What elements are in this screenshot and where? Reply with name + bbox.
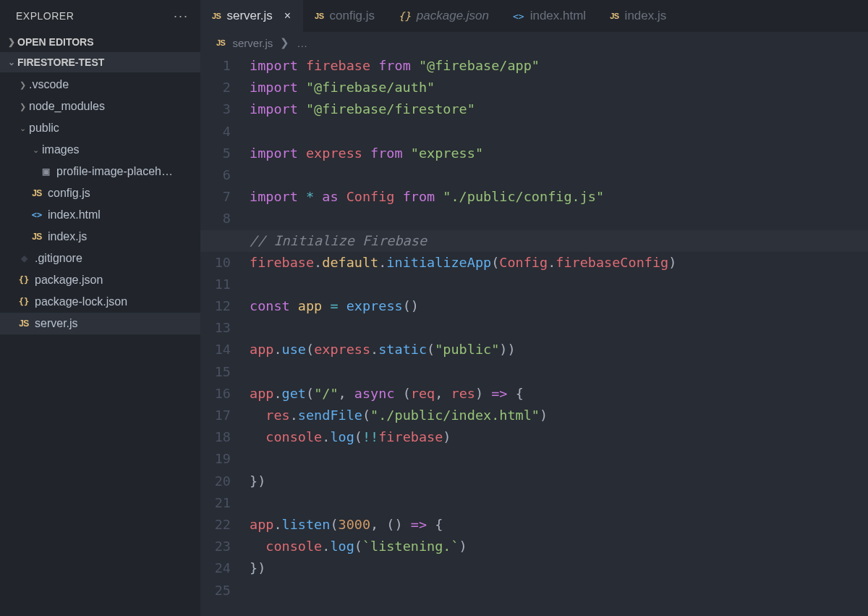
git-file-icon: ◆ xyxy=(16,253,32,263)
json-file-icon: {} xyxy=(399,10,411,22)
line-number: 25 xyxy=(200,580,231,602)
tree-item-label: index.js xyxy=(48,230,87,243)
editor-tab[interactable]: {}package.json xyxy=(387,0,501,32)
code-line[interactable]: import "@firebase/auth" xyxy=(250,77,868,98)
file-item[interactable]: ▣profile-image-placeh… xyxy=(0,161,200,182)
editor-tab[interactable]: JSconfig.js xyxy=(303,0,387,32)
sidebar-header: EXPLORER ··· xyxy=(0,0,200,32)
code-line[interactable] xyxy=(250,274,868,295)
html-file-icon: <> xyxy=(29,210,45,220)
code-line[interactable]: app.get("/", async (req, res) => { xyxy=(250,383,868,405)
breadcrumb-rest: … xyxy=(297,37,307,49)
line-number: 5 xyxy=(200,143,231,164)
file-item[interactable]: JSconfig.js xyxy=(0,182,200,204)
code-content[interactable]: import firebase from "@firebase/app"impo… xyxy=(244,55,868,616)
tree-item-label: server.js xyxy=(35,317,78,330)
code-editor[interactable]: 1234567891011121314151617181920212223242… xyxy=(200,54,868,616)
code-line[interactable]: }) xyxy=(250,557,868,579)
code-line[interactable]: console.log(`listening.`) xyxy=(250,536,868,557)
code-line[interactable]: import firebase from "@firebase/app" xyxy=(250,55,868,77)
chevron-right-icon: ❯ xyxy=(16,80,29,90)
folder-item[interactable]: ⌄public xyxy=(0,117,200,139)
line-number: 24 xyxy=(200,557,231,579)
tree-item-label: public xyxy=(29,122,59,135)
code-line[interactable] xyxy=(250,492,868,514)
code-line[interactable]: import * as Config from "./public/config… xyxy=(250,186,868,208)
code-line[interactable]: app.use(express.static("public")) xyxy=(250,339,868,360)
code-line[interactable] xyxy=(250,361,868,383)
tree-item-label: config.js xyxy=(48,187,90,200)
js-file-icon: JS xyxy=(212,12,221,20)
breadcrumb[interactable]: JS server.js ❯ … xyxy=(200,32,868,54)
file-item[interactable]: ◆.gitignore xyxy=(0,248,200,269)
folder-item[interactable]: ⌄images xyxy=(0,139,200,161)
code-line[interactable] xyxy=(250,164,868,186)
project-section[interactable]: ⌄ FIRESTORE-TEST xyxy=(0,52,200,72)
json-file-icon: {} xyxy=(16,297,32,307)
line-number: 10 xyxy=(200,252,231,274)
tree-item-label: node_modules xyxy=(29,100,105,113)
code-line[interactable] xyxy=(250,208,868,229)
code-line[interactable]: }) xyxy=(250,471,868,492)
chevron-right-icon: ❯ xyxy=(16,102,29,111)
line-gutter: 1234567891011121314151617181920212223242… xyxy=(200,55,244,616)
code-line[interactable] xyxy=(250,448,868,470)
code-line[interactable] xyxy=(250,317,868,339)
line-number: 11 xyxy=(200,274,231,295)
chevron-down-icon: ⌄ xyxy=(29,145,42,155)
tree-item-label: images xyxy=(42,143,80,156)
code-line[interactable]: // Initialize Firebase xyxy=(200,230,868,252)
line-number: 4 xyxy=(200,121,231,143)
code-line[interactable]: import "@firebase/firestore" xyxy=(250,98,868,120)
breadcrumb-file: server.js xyxy=(232,37,273,49)
file-item[interactable]: {}package-lock.json xyxy=(0,291,200,313)
tree-item-label: package.json xyxy=(35,274,103,287)
file-item[interactable]: JSserver.js xyxy=(0,313,200,334)
chevron-right-icon: ❯ xyxy=(6,37,17,47)
js-file-icon: JS xyxy=(29,188,45,198)
close-tab-icon[interactable]: × xyxy=(284,9,291,22)
editor-tab[interactable]: JSindex.js xyxy=(598,0,678,32)
code-line[interactable]: app.listen(3000, () => { xyxy=(250,514,868,536)
editor-tab[interactable]: JSserver.js× xyxy=(200,0,303,32)
folder-item[interactable]: ❯.vscode xyxy=(0,74,200,96)
code-line[interactable] xyxy=(250,580,868,602)
open-editors-label: OPEN EDITORS xyxy=(17,36,94,48)
file-item[interactable]: <>index.html xyxy=(0,204,200,226)
line-number: 7 xyxy=(200,186,231,208)
code-line[interactable]: const app = express() xyxy=(250,295,868,317)
editor-area: JSserver.js×JSconfig.js{}package.json<>i… xyxy=(200,0,868,616)
code-line[interactable]: import express from "express" xyxy=(250,143,868,164)
image-file-icon: ▣ xyxy=(38,166,54,177)
tab-label: index.js xyxy=(625,9,667,23)
line-number: 2 xyxy=(200,77,231,98)
tree-item-label: .gitignore xyxy=(35,252,82,265)
tab-label: config.js xyxy=(330,9,375,23)
folder-item[interactable]: ❯node_modules xyxy=(0,96,200,117)
editor-tab[interactable]: <>index.html xyxy=(501,0,598,32)
breadcrumb-separator: ❯ xyxy=(280,36,289,49)
more-actions-icon[interactable]: ··· xyxy=(174,9,189,24)
tree-item-label: package-lock.json xyxy=(35,295,127,308)
code-line[interactable]: res.sendFile("./public/index.html") xyxy=(250,405,868,426)
line-number: 14 xyxy=(200,339,231,360)
line-number: 3 xyxy=(200,98,231,120)
file-item[interactable]: JSindex.js xyxy=(0,226,200,248)
line-number: 12 xyxy=(200,295,231,317)
chevron-down-icon: ⌄ xyxy=(6,57,17,67)
chevron-down-icon: ⌄ xyxy=(16,124,29,133)
open-editors-section[interactable]: ❯ OPEN EDITORS xyxy=(0,32,200,52)
line-number: 1 xyxy=(200,55,231,77)
line-number: 23 xyxy=(200,536,231,557)
sidebar: EXPLORER ··· ❯ OPEN EDITORS ⌄ FIRESTORE-… xyxy=(0,0,200,616)
project-name: FIRESTORE-TEST xyxy=(17,56,104,68)
tab-label: index.html xyxy=(530,9,586,23)
line-number: 17 xyxy=(200,405,231,426)
tab-bar: JSserver.js×JSconfig.js{}package.json<>i… xyxy=(200,0,868,32)
code-line[interactable]: firebase.default.initializeApp(Config.fi… xyxy=(250,252,868,274)
file-item[interactable]: {}package.json xyxy=(0,269,200,291)
code-line[interactable]: console.log(!!firebase) xyxy=(250,426,868,448)
json-file-icon: {} xyxy=(16,275,32,285)
code-line[interactable] xyxy=(250,121,868,143)
line-number: 19 xyxy=(200,448,231,470)
